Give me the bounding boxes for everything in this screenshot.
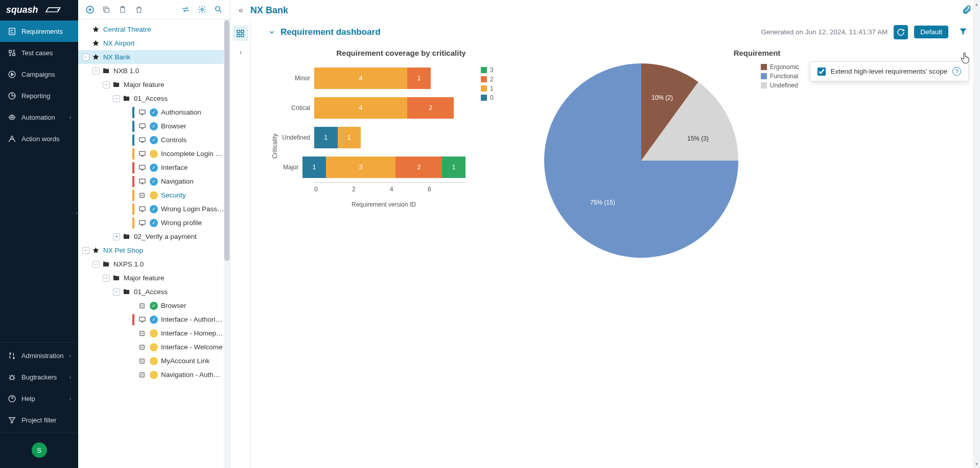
status-icon: ✓ <box>150 302 158 310</box>
tree-row[interactable]: −NXB 1.0 <box>78 64 230 78</box>
tree-row[interactable]: Navigation - Auth… <box>78 368 230 382</box>
nav-bugtrackers[interactable]: Bugtrackers› <box>0 366 78 388</box>
toggle-icon[interactable]: − <box>82 54 89 61</box>
bar-category: Undefined <box>282 134 314 141</box>
nav-test-cases[interactable]: Test cases <box>0 42 78 63</box>
pie-label: 10% (2) <box>651 94 673 101</box>
tree-row[interactable]: ✓Authorisation <box>78 105 230 119</box>
tree-row[interactable]: −01_Access <box>78 285 230 299</box>
filter-icon[interactable] <box>956 25 970 39</box>
tree-row[interactable]: ✓Browser <box>78 299 230 313</box>
tree-row[interactable]: −NX Pet Shop <box>78 243 230 257</box>
tree-label: Interface - Homep… <box>161 329 223 337</box>
tree-row[interactable]: ✓Navigation <box>78 174 230 188</box>
star-icon <box>91 25 100 34</box>
svg-point-15 <box>215 7 220 11</box>
tree-row[interactable]: ✓Controls <box>78 133 230 147</box>
tree-row[interactable]: ✓Interface - Authori… <box>78 313 230 326</box>
attachment-icon[interactable] <box>962 5 972 16</box>
tree-row[interactable]: Interface - Welcome <box>78 340 230 354</box>
status-icon <box>150 329 158 338</box>
scroll-up-icon[interactable]: ▴ <box>973 1 979 8</box>
tree-row[interactable]: Central Theatre <box>78 23 230 36</box>
toggle-icon[interactable]: − <box>92 261 100 268</box>
criticality-bar <box>132 162 134 173</box>
star-icon <box>91 246 100 255</box>
nav-action-words[interactable]: Action words <box>0 128 78 149</box>
toggle-icon[interactable]: − <box>92 68 100 75</box>
tree-row[interactable]: Interface - Homep… <box>78 326 230 340</box>
tree-label: Interface <box>161 164 188 171</box>
tree-row[interactable]: ✓Browser <box>78 119 230 133</box>
scroll-down-icon[interactable]: ▾ <box>973 460 979 467</box>
tree-row[interactable]: Security <box>78 188 230 202</box>
tree-row[interactable]: ✓Interface <box>78 161 230 174</box>
nav-reporting[interactable]: Reporting <box>0 85 78 106</box>
toggle-icon[interactable]: + <box>113 233 120 240</box>
star-icon <box>91 53 100 61</box>
req-type-icon <box>137 108 147 117</box>
nav-requirements[interactable]: Requirements <box>0 20 78 42</box>
svg-rect-23 <box>139 207 145 211</box>
dashboard-title[interactable]: Requirement dashboard <box>268 27 381 37</box>
extend-scope-checkbox[interactable] <box>818 68 826 76</box>
tree-row[interactable]: −01_Access <box>78 92 230 105</box>
dashboard-view-icon[interactable] <box>233 26 248 41</box>
paste-icon[interactable] <box>116 3 129 16</box>
svg-rect-11 <box>105 8 109 12</box>
doc-icon <box>137 301 147 310</box>
toggle-icon[interactable]: − <box>103 275 110 282</box>
tree-label: Navigation <box>161 177 194 185</box>
tree-row[interactable]: +02_Verify a payment <box>78 230 230 243</box>
search-icon[interactable] <box>212 3 225 16</box>
status-icon: ✓ <box>150 177 158 186</box>
bar-track: 11 <box>314 127 465 148</box>
help-icon[interactable]: ? <box>952 67 961 76</box>
tree-row[interactable]: −NXPS 1.0 <box>78 257 230 271</box>
tree-scrollbar-thumb[interactable] <box>224 20 229 261</box>
sort-icon[interactable] <box>179 3 192 16</box>
avatar[interactable]: S <box>32 442 47 458</box>
toggle-icon[interactable]: − <box>103 81 110 88</box>
tree-row[interactable]: −NX Bank <box>78 50 230 64</box>
sidebar-collapse-handle[interactable]: ‹ <box>73 207 80 218</box>
tree-label: Interface - Authori… <box>161 316 222 323</box>
collapse-panel-icon[interactable]: « <box>239 6 243 15</box>
tree-row[interactable]: −Major feature <box>78 78 230 92</box>
toggle-icon[interactable]: − <box>113 288 120 296</box>
nav-automation[interactable]: Automation› <box>0 106 78 128</box>
tree-row[interactable]: NX Airport <box>78 36 230 50</box>
toggle-icon[interactable]: − <box>82 247 89 254</box>
logo[interactable]: squash <box>0 0 78 20</box>
default-button[interactable]: Default <box>914 26 948 38</box>
nav-administration[interactable]: Administration› <box>0 345 78 366</box>
nav-project-filter[interactable]: Project filter <box>0 409 78 431</box>
refresh-button[interactable] <box>894 25 908 39</box>
tree-row[interactable]: ✓Wrong profile <box>78 216 230 230</box>
add-icon[interactable] <box>83 3 97 16</box>
gear-icon[interactable] <box>195 3 208 16</box>
tree-label: NXB 1.0 <box>113 67 139 75</box>
svg-rect-16 <box>139 110 145 114</box>
delete-icon[interactable] <box>132 3 146 16</box>
tree-row[interactable]: −Major feature <box>78 271 230 285</box>
breadcrumb[interactable]: NX Bank <box>250 5 288 16</box>
bar-segment: 1 <box>314 127 338 148</box>
tree-row[interactable]: MyAccount Link <box>78 354 230 368</box>
toggle-icon[interactable]: − <box>113 95 120 102</box>
main-scrollbar[interactable]: ▴ ▾ <box>973 0 980 468</box>
tree[interactable]: Central TheatreNX Airport−NX Bank−NXB 1.… <box>78 19 230 468</box>
bar-segment: 4 <box>314 97 407 119</box>
nav-campaigns[interactable]: Campaigns <box>0 63 78 85</box>
nav-help[interactable]: Help› <box>0 388 78 409</box>
info-view-icon[interactable] <box>233 44 248 59</box>
tree-row[interactable]: ✓Wrong Login Pass… <box>78 202 230 216</box>
bar-segment: 3 <box>326 157 396 178</box>
status-icon: ✓ <box>150 316 158 324</box>
bar-track: 1321 <box>302 157 465 178</box>
tree-row[interactable]: Incomplete Login … <box>78 147 230 161</box>
svg-point-7 <box>12 117 13 117</box>
copy-icon[interactable] <box>100 3 113 16</box>
criticality-bar <box>132 107 134 118</box>
svg-rect-18 <box>139 138 145 142</box>
